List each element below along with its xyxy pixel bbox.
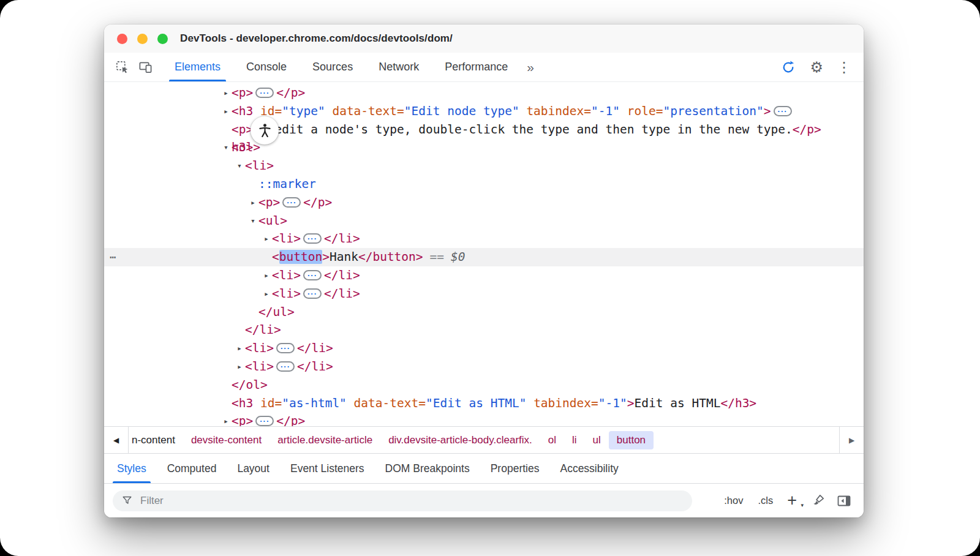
sidebar-tab-strip: StylesComputedLayoutEvent ListenersDOM B…: [104, 453, 864, 483]
collapsed-children-ellipsis-icon[interactable]: ···: [303, 233, 322, 244]
code-token: </li>: [297, 341, 333, 355]
collapsed-children-ellipsis-icon[interactable]: ···: [282, 197, 301, 208]
dom-tree: ▸<p>···</p>▸<h3 id="type" data-text="Edi…: [104, 82, 864, 426]
sidebar-tab-accessibility[interactable]: Accessibility: [549, 454, 628, 483]
settings-gear-icon[interactable]: ⚙: [806, 60, 827, 75]
breadcrumb-bar: ◀ n-contentdevsite-contentarticle.devsit…: [104, 426, 864, 453]
breadcrumb: n-contentdevsite-contentarticle.devsite-…: [129, 427, 839, 453]
collapsed-children-ellipsis-icon[interactable]: ···: [276, 361, 295, 372]
code-token: "-1": [591, 104, 620, 118]
dom-tree-row[interactable]: </ul>: [104, 303, 864, 321]
expand-arrow-icon[interactable]: ▸: [261, 230, 272, 248]
code-token: </ol>: [232, 378, 268, 392]
tab-performance[interactable]: Performance: [432, 53, 521, 81]
expand-arrow-icon[interactable]: ▸: [234, 339, 245, 358]
code-token: "Edit node type": [404, 104, 519, 118]
style-filter-field[interactable]: [113, 490, 692, 511]
expand-arrow-icon[interactable]: ▸: [234, 358, 245, 376]
more-tabs-button[interactable]: »: [521, 53, 540, 81]
expand-arrow-icon[interactable]: ▸: [261, 266, 272, 285]
breadcrumb-scroll-right-icon[interactable]: ▶: [839, 427, 864, 453]
sidebar-tab-styles[interactable]: Styles: [107, 454, 157, 483]
expand-arrow-icon[interactable]: ▸: [221, 412, 232, 426]
breadcrumb-item-li[interactable]: li: [564, 431, 585, 449]
collapse-arrow-icon[interactable]: ▾: [221, 138, 232, 157]
expand-arrow-icon[interactable]: ▸: [221, 102, 232, 121]
dom-tree-row[interactable]: ▸<li>···</li>: [104, 358, 864, 376]
breadcrumb-item-devsite-content[interactable]: devsite-content: [183, 431, 270, 449]
dom-tree-row[interactable]: ▸<li>···</li>: [104, 339, 864, 358]
collapse-arrow-icon[interactable]: ▾: [234, 157, 245, 175]
dom-tree-row[interactable]: <p>To edit a node's type, double-click t…: [104, 121, 864, 139]
dom-tree-row[interactable]: ::marker: [104, 175, 864, 193]
dom-tree-row-selected[interactable]: ⋯<button>Hank</button>==$0: [104, 248, 864, 266]
dom-tree-row[interactable]: ▾<li>: [104, 157, 864, 175]
collapsed-children-ellipsis-icon[interactable]: ···: [774, 106, 792, 116]
expand-arrow-icon[interactable]: ▸: [261, 285, 272, 303]
traffic-lights: [104, 34, 168, 44]
code-token: "presentation": [663, 104, 763, 118]
code-token: <ol>: [232, 140, 260, 154]
inspect-icon[interactable]: [110, 53, 134, 81]
collapsed-children-ellipsis-icon[interactable]: ···: [255, 416, 274, 426]
breadcrumb-item-div-devsite-article-body-clearfix[interactable]: div.devsite-article-body.clearfix.: [380, 431, 540, 449]
dom-tree-row[interactable]: ▸<p>···</p>: [104, 412, 864, 426]
device-toolbar-icon[interactable]: [134, 53, 157, 81]
close-window-button[interactable]: [117, 34, 127, 44]
collapsed-children-ellipsis-icon[interactable]: ···: [276, 343, 295, 353]
style-filter-input[interactable]: [139, 494, 684, 508]
node-overflow-menu-icon[interactable]: ⋯: [110, 248, 116, 266]
reload-icon[interactable]: [777, 60, 800, 75]
dom-tree-row[interactable]: ▸<p>···</p>: [104, 193, 864, 212]
collapsed-children-ellipsis-icon[interactable]: ···: [303, 270, 322, 280]
breadcrumb-item-ul[interactable]: ul: [585, 431, 609, 449]
breadcrumb-item-article-devsite-article[interactable]: article.devsite-article: [270, 431, 380, 449]
code-token: <h3: [232, 104, 253, 118]
dom-tree-row[interactable]: ▾<ol>: [104, 138, 864, 157]
sidebar-tab-event-listeners[interactable]: Event Listeners: [280, 454, 375, 483]
dom-tree-row[interactable]: ▸<h3 id="type" data-text="Edit node type…: [104, 102, 864, 121]
expand-arrow-icon[interactable]: ▸: [221, 84, 232, 102]
dom-tree-row[interactable]: </li>: [104, 321, 864, 339]
sidebar-tab-properties[interactable]: Properties: [480, 454, 550, 483]
dom-tree-row[interactable]: ▸<li>···</li>: [104, 230, 864, 248]
toggle-sidebar-icon[interactable]: [834, 492, 854, 509]
selected-tag-name: button: [279, 250, 322, 264]
zoom-window-button[interactable]: [157, 34, 168, 44]
dom-tree-row[interactable]: <h3 id="as-html" data-text="Edit as HTML…: [104, 394, 864, 413]
code-token: <li>: [245, 341, 274, 355]
code-token: "-1": [598, 396, 627, 410]
tab-network[interactable]: Network: [366, 53, 432, 81]
sidebar-tab-layout[interactable]: Layout: [227, 454, 280, 483]
collapsed-children-ellipsis-icon[interactable]: ···: [303, 288, 322, 299]
kebab-menu-icon[interactable]: ⋮: [833, 60, 855, 75]
tab-console[interactable]: Console: [233, 53, 300, 81]
rendering-emulation-brush-icon[interactable]: [809, 492, 828, 509]
dom-tree-row[interactable]: </ol>: [104, 376, 864, 394]
toggle-class-button[interactable]: .cls: [753, 492, 777, 509]
new-style-rule-button[interactable]: + ▾: [783, 492, 803, 509]
breadcrumb-item-ol[interactable]: ol: [540, 431, 564, 449]
code-token: </li>: [297, 359, 333, 374]
sidebar-tab-computed[interactable]: Computed: [157, 454, 227, 483]
dom-tree-row[interactable]: ▾<ul>: [104, 212, 864, 230]
breadcrumb-item-n-content[interactable]: n-content: [130, 431, 183, 449]
dom-tree-row[interactable]: ▸<p>···</p>: [104, 84, 864, 102]
panel-tab-strip: ElementsConsoleSourcesNetworkPerformance: [162, 53, 521, 81]
dom-tree-row[interactable]: ▸<li>···</li>: [104, 266, 864, 285]
code-token: </p>: [793, 122, 821, 137]
minimize-window-button[interactable]: [137, 34, 148, 44]
code-token: <p>: [258, 195, 280, 209]
styles-toolbar: :hov .cls + ▾: [104, 483, 864, 517]
breadcrumb-item-button[interactable]: button: [609, 431, 654, 449]
dom-tree-row[interactable]: ▸<li>···</li>: [104, 285, 864, 303]
tab-sources[interactable]: Sources: [300, 53, 366, 81]
collapsed-children-ellipsis-icon[interactable]: ···: [255, 88, 274, 98]
toggle-element-state-button[interactable]: :hov: [720, 492, 747, 509]
expand-arrow-icon[interactable]: ▸: [247, 193, 258, 212]
breadcrumb-scroll-left-icon[interactable]: ◀: [104, 427, 129, 453]
collapse-arrow-icon[interactable]: ▾: [247, 212, 258, 230]
sidebar-tab-dom-breakpoints[interactable]: DOM Breakpoints: [375, 454, 480, 483]
tab-elements[interactable]: Elements: [162, 53, 233, 81]
code-token: >: [322, 250, 330, 264]
